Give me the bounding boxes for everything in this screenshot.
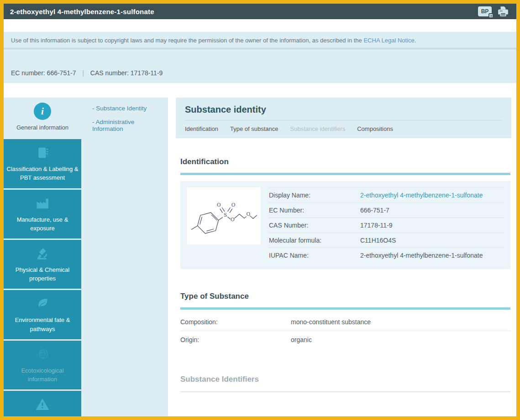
svg-text:S: S [224, 212, 227, 217]
section-identification: Identification [180, 157, 510, 269]
ec-number-value: 666-751-7 [47, 69, 76, 77]
secondary-nav: - Substance Identity - Administrative In… [81, 98, 168, 416]
bp-sub-badge-icon [488, 13, 494, 18]
svg-text:O: O [231, 202, 236, 207]
row-label: EC Number: [269, 207, 360, 214]
section-underline [180, 173, 510, 175]
chemical-structure-image: S O O O O [187, 187, 261, 244]
section-tabs: Identification Type of substance Substan… [185, 125, 502, 132]
copyright-notice: Use of this information is subject to co… [4, 32, 516, 49]
section-substance-identifiers: Substance Identifiers [180, 375, 510, 392]
svg-text:O: O [246, 211, 250, 217]
sidebar-item-toxicological-information[interactable]: Toxicological information [4, 391, 81, 416]
row-value: mono-constituent substance [291, 318, 371, 326]
sidebar-item-physical-chemical-properties[interactable]: Physical & Chemical properties [4, 240, 81, 289]
identifier-separator: | [82, 69, 84, 77]
section-underline [180, 391, 510, 392]
identification-table: Display Name: 2-ethoxyethyl 4-methylbenz… [269, 187, 504, 263]
table-row: IUPAC Name: 2-ethoxyethyl 4-methylbenzen… [269, 248, 504, 263]
leaf-icon [6, 295, 79, 312]
table-row: Composition: mono-constituent substance [180, 313, 510, 331]
svg-text:O: O [231, 217, 235, 222]
top-bar: 2-ethoxyethyl 4-methylbenzene-1-sulfonat… [4, 4, 516, 19]
main-header: Substance identity Identification Type o… [176, 98, 511, 138]
copyright-text-end: . [415, 37, 416, 44]
link-administrative-information[interactable]: - Administrative Information [92, 119, 164, 132]
row-label: Molecular formula: [269, 237, 360, 244]
sidebar-item-label: Environmental fate & pathways [15, 316, 70, 332]
row-label: Origin: [180, 336, 291, 343]
hero-panel: Use of this information is subject to co… [4, 32, 516, 83]
tab-identification[interactable]: Identification [185, 125, 218, 132]
identification-heading: Identification [180, 157, 510, 166]
tab-type-of-substance[interactable]: Type of substance [230, 125, 278, 132]
warning-icon [6, 396, 79, 413]
section-type-of-substance: Type of Substance Composition: mono-cons… [180, 292, 510, 348]
row-value: C11H16O4S [360, 237, 396, 244]
bp-badge-label: BP [481, 8, 489, 15]
row-value: organic [291, 336, 312, 343]
type-of-substance-table: Composition: mono-constituent substance … [180, 313, 510, 348]
print-button[interactable] [497, 5, 510, 17]
row-label: IUPAC Name: [269, 252, 360, 259]
table-row: CAS Number: 17178-11-9 [269, 218, 504, 233]
row-label: Display Name: [269, 192, 360, 199]
tab-compositions[interactable]: Compositions [357, 125, 393, 132]
display-name-link[interactable]: 2-ethoxyethyl 4-methylbenzene-1-sulfonat… [360, 192, 483, 199]
sidebar-item-label: Physical & Chemical properties [16, 266, 70, 282]
sidebar-item-general-information[interactable]: i General information [4, 98, 81, 138]
sidebar-item-label: Classification & Labelling & PBT assessm… [7, 166, 79, 181]
row-value: 2-ethoxyethyl 4-methylbenzene-1-sulfonat… [360, 252, 483, 259]
sidebar-item-environmental-fate-pathways[interactable]: Environmental fate & pathways [4, 290, 81, 339]
info-icon: i [6, 103, 79, 120]
substance-title: 2-ethoxyethyl 4-methylbenzene-1-sulfonat… [10, 8, 154, 16]
echa-legal-notice-link[interactable]: ECHA Legal Notice [363, 37, 414, 44]
identification-panel: S O O O O Display Name: [180, 181, 510, 269]
table-row: EC Number: 666-751-7 [269, 202, 504, 218]
section-underline [180, 307, 510, 310]
main-body: Identification [176, 138, 511, 416]
row-label: Composition: [180, 318, 291, 326]
row-value: 666-751-7 [360, 207, 389, 214]
svg-text:O: O [217, 202, 221, 207]
sidebar-nav: i General information Classification & L… [4, 98, 81, 416]
type-of-substance-heading: Type of Substance [180, 292, 510, 301]
copyright-text: Use of this information is subject to co… [11, 37, 363, 44]
table-row: Origin: organic [180, 331, 510, 348]
sidebar-item-ecotoxicological-information: i Ecotoxicological information [4, 341, 81, 389]
tab-substance-identifiers: Substance identifiers [290, 125, 346, 132]
ec-number-label: EC number: [11, 69, 45, 77]
sidebar-item-manufacture-use-exposure[interactable]: Manufacture, use & exposure [4, 190, 81, 239]
sidebar-item-label: Manufacture, use & exposure [17, 216, 68, 232]
page-title: Substance identity [185, 104, 502, 115]
cas-number-label: CAS number: [90, 69, 129, 77]
divider [185, 120, 502, 120]
page-frame: 2-ethoxyethyl 4-methylbenzene-1-sulfonat… [0, 0, 520, 420]
content-area: i General information Classification & L… [4, 98, 516, 416]
book-icon [6, 144, 79, 161]
table-row: Molecular formula: C11H16O4S [269, 233, 504, 248]
globe-icon: i [6, 346, 79, 363]
sidebar-item-classification-labelling[interactable]: Classification & Labelling & PBT assessm… [4, 139, 81, 188]
spacer [4, 83, 516, 98]
main-content: Substance identity Identification Type o… [176, 98, 511, 416]
cas-number-value: 17178-11-9 [131, 69, 163, 77]
microscope-icon [6, 245, 79, 262]
link-substance-identity[interactable]: - Substance Identity [92, 105, 164, 112]
sidebar-item-label: General information [16, 124, 68, 131]
bp-regulation-badge[interactable]: BP [478, 6, 492, 16]
spacer [4, 19, 516, 32]
svg-text:i: i [36, 352, 38, 358]
identifiers-bar: EC number: 666-751-7 | CAS number: 17178… [4, 49, 516, 83]
left-panel: i General information Classification & L… [4, 98, 168, 416]
substance-identifiers-heading: Substance Identifiers [180, 375, 510, 384]
factory-icon [6, 195, 79, 212]
table-row: Display Name: 2-ethoxyethyl 4-methylbenz… [269, 187, 504, 202]
printer-icon [497, 5, 509, 17]
topbar-actions: BP [478, 5, 510, 17]
row-value: 17178-11-9 [360, 222, 393, 229]
sidebar-item-label: Ecotoxicological information [21, 367, 63, 383]
row-label: CAS Number: [269, 222, 360, 229]
